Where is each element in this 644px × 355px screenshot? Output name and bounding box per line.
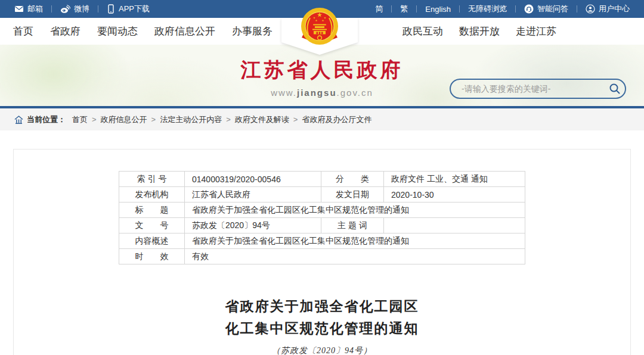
lang-simplified[interactable]: 简 — [375, 4, 383, 14]
search-box — [450, 79, 626, 99]
user-center-link[interactable]: 用户中心 — [586, 4, 630, 14]
user-center-label: 用户中心 — [599, 4, 630, 14]
smart-qa-link[interactable]: 智能问答 — [524, 4, 568, 14]
breadcrumb-prefix: 当前位置： — [27, 114, 66, 125]
search-input[interactable] — [451, 84, 605, 94]
breadcrumb-separator: > — [226, 115, 231, 124]
mail-label: 邮箱 — [27, 4, 43, 14]
meta-value-issue-date: 2020-10-30 — [384, 187, 525, 203]
meta-value-issuing-agency: 江苏省人民政府 — [185, 187, 321, 203]
table-row: 文 号 苏政发〔2020〕94号 主 题 词 — [119, 218, 525, 233]
search-icon — [609, 83, 621, 95]
table-row: 索 引 号 014000319/2020-00546 分 类 政府文件 工业、交… — [119, 172, 525, 187]
nav-item-provincial-gov[interactable]: 省政府 — [50, 24, 80, 38]
breadcrumb-item-info-disclosure[interactable]: 政府信息公开 — [101, 114, 147, 125]
breadcrumb-item-gov-documents[interactable]: 政府文件及解读 — [235, 114, 289, 125]
breadcrumb-separator: > — [151, 115, 156, 124]
topbar-separator — [391, 5, 392, 13]
meta-value-validity: 有效 — [185, 249, 525, 264]
home-icon — [14, 116, 23, 124]
meta-label-doc-number: 文 号 — [119, 218, 185, 233]
topbar-separator — [416, 5, 417, 13]
meta-label-keywords: 主 题 词 — [321, 218, 384, 233]
document-card: 索 引 号 014000319/2020-00546 分 类 政府文件 工业、交… — [13, 149, 631, 355]
app-download-link[interactable]: APP下载 — [107, 4, 150, 14]
nav-item-about-jiangsu[interactable]: 走进江苏 — [516, 24, 556, 38]
user-icon — [586, 4, 595, 14]
topbar-separator — [51, 5, 52, 13]
meta-label-category: 分 类 — [321, 172, 384, 187]
document-title-line1: 省政府关于加强全省化工园区 — [14, 295, 630, 317]
meta-label-summary: 内容概述 — [119, 233, 185, 249]
meta-value-summary: 省政府关于加强全省化工园区化工集中区规范化管理的通知 — [185, 233, 525, 249]
meta-label-issuing-agency: 发布机构 — [119, 187, 185, 203]
site-url: www.jiangsu.gov.cn — [241, 88, 404, 98]
meta-value-category: 政府文件 工业、交通 通知 — [384, 172, 525, 187]
site-title-block: 江苏省人民政府 www.jiangsu.gov.cn — [241, 57, 404, 98]
meta-value-index-number: 014000319/2020-00546 — [185, 172, 321, 187]
topbar-right-group: 简 繁 English 无障碍浏览 智能问答 — [375, 4, 630, 14]
table-row: 发布机构 江苏省人民政府 发文日期 2020-10-30 — [119, 187, 525, 203]
topbar-separator — [577, 5, 577, 13]
meta-label-issue-date: 发文日期 — [321, 187, 384, 203]
breadcrumb-item-statutory-content[interactable]: 法定主动公开内容 — [160, 114, 222, 125]
document-number: （苏政发〔2020〕94号） — [14, 345, 630, 355]
topbar-left-group: 邮箱 微博 APP下载 — [14, 4, 150, 14]
breadcrumb-item-office-documents[interactable]: 省政府及办公厅文件 — [302, 114, 371, 125]
nav-item-news[interactable]: 要闻动态 — [97, 24, 138, 38]
site-title: 江苏省人民政府 — [241, 57, 404, 84]
meta-value-title: 省政府关于加强全省化工园区化工集中区规范化管理的通知 — [185, 203, 525, 218]
breadcrumb-separator: > — [293, 115, 298, 124]
weibo-link[interactable]: 微博 — [60, 4, 89, 14]
nav-item-services[interactable]: 办事服务 — [232, 24, 273, 38]
meta-label-title: 标 题 — [119, 203, 185, 218]
topbar-separator — [98, 5, 98, 13]
nav-item-info-disclosure[interactable]: 政府信息公开 — [154, 24, 215, 38]
weibo-icon — [60, 4, 70, 14]
mail-icon — [14, 4, 24, 14]
nav-left-group: 首页 省政府 要闻动态 政府信息公开 办事服务 — [13, 24, 273, 38]
weibo-label: 微博 — [74, 4, 89, 14]
accessibility-link[interactable]: 无障碍浏览 — [468, 4, 507, 14]
lang-english[interactable]: English — [425, 5, 451, 14]
table-row: 标 题 省政府关于加强全省化工园区化工集中区规范化管理的通知 — [119, 203, 525, 218]
lang-traditional[interactable]: 繁 — [400, 4, 408, 14]
meta-value-keywords — [384, 218, 525, 233]
nav-item-interaction[interactable]: 政民互动 — [402, 24, 443, 38]
phone-icon — [107, 4, 115, 14]
table-row: 时 效 有效 — [119, 249, 525, 264]
national-emblem-icon — [301, 7, 339, 46]
document-heading: 省政府关于加强全省化工园区 化工集中区规范化管理的通知 （苏政发〔2020〕94… — [14, 295, 630, 355]
topbar-separator — [459, 5, 460, 13]
search-button[interactable] — [605, 80, 625, 98]
breadcrumb: 当前位置： 首页 > 政府信息公开 > 法定主动公开内容 > 政府文件及解读 >… — [0, 108, 644, 130]
meta-value-doc-number: 苏政发〔2020〕94号 — [185, 218, 321, 233]
table-row: 内容概述 省政府关于加强全省化工园区化工集中区规范化管理的通知 — [119, 233, 525, 249]
nav-right-group: 政民互动 数据开放 走进江苏 — [402, 24, 556, 38]
document-metadata-table: 索 引 号 014000319/2020-00546 分 类 政府文件 工业、交… — [119, 171, 525, 264]
topbar-separator — [515, 5, 516, 13]
app-download-label: APP下载 — [119, 4, 150, 14]
page-body: 索 引 号 014000319/2020-00546 分 类 政府文件 工业、交… — [0, 149, 644, 355]
breadcrumb-item-home[interactable]: 首页 — [72, 114, 88, 125]
nav-item-open-data[interactable]: 数据开放 — [459, 24, 500, 38]
smart-qa-label: 智能问答 — [537, 4, 568, 14]
document-title-line2: 化工集中区规范化管理的通知 — [14, 317, 630, 340]
meta-label-index-number: 索 引 号 — [119, 172, 185, 187]
nav-item-home[interactable]: 首页 — [13, 24, 33, 38]
headset-icon — [524, 4, 534, 14]
meta-label-validity: 时 效 — [119, 249, 185, 264]
mail-link[interactable]: 邮箱 — [14, 4, 43, 14]
breadcrumb-separator: > — [92, 115, 97, 124]
